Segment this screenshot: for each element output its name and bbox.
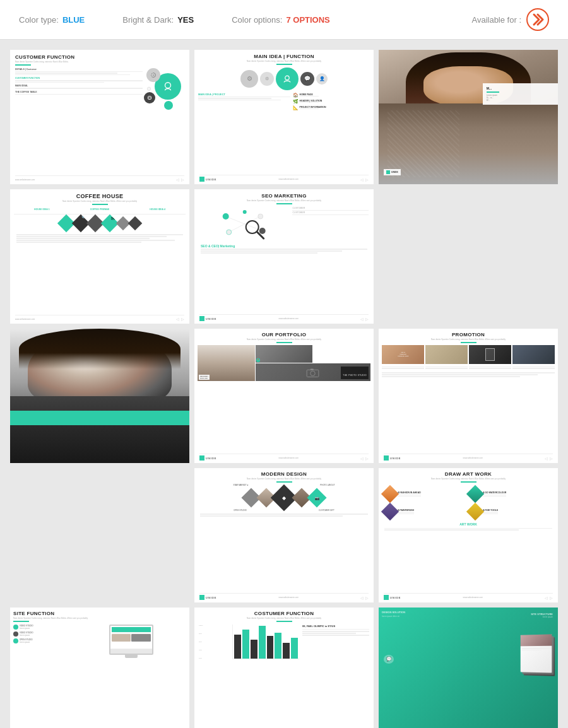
s9-logo: UNIDE [199,595,216,600]
slide-10[interactable]: Draw Art Work Nam denim Sycenter Carles … [379,468,558,602]
s7-logo: UNIDE [199,455,216,461]
monitor-mockup [76,625,186,658]
art-item-4: A FEW TOOLS [469,503,553,520]
s9-nav: ◁▷ [360,596,369,600]
portrait-teal-bar [10,411,189,425]
coffee-diamond-6 [127,216,142,230]
dark-circle [144,92,155,103]
slides-grid: Customer Function Nam denim Sycenter Car… [0,40,568,728]
gear-icon-sm: ⚙ [146,86,151,92]
available-label: Available for : [471,15,521,25]
slide-12-title: Costumer Function [198,611,370,616]
color-options-value: 7 OPTIONS [286,15,329,25]
s8-nav: ◁▷ [545,456,553,461]
svg-point-16 [243,210,247,214]
portfolio-cell-2: 📍 [256,345,313,363]
bar-5 [267,636,274,658]
slide-2-url: www.websitename.com [279,178,299,180]
slide-13[interactable]: DESIGN SOLUTION lorem ipsum dolor sit SI… [379,608,558,728]
bar-2 [242,630,249,659]
svg-point-13 [227,230,232,235]
svg-point-14 [258,214,263,219]
color-type-item: Color type: BLUE [19,15,85,25]
svg-point-5 [285,76,289,79]
art-work-label: ART WORK [382,522,555,527]
s4-url: www.websitename.com [15,318,35,320]
slide-7-sub: Nam denim Sycenter Carles ircing, natrec… [198,338,370,341]
available-section: Available for : [471,8,549,31]
s9-label-4: CUSTOMER GIFT [319,509,334,512]
svg-point-12 [223,213,229,220]
slide-9-title: Modern Design [198,471,370,477]
s13-label-left: DESIGN SOLUTION [382,611,555,614]
svg-point-15 [259,228,266,234]
presto-icon [526,8,549,31]
s2-circle-1: ⚙ [240,70,258,88]
s13-sub-left: lorem ipsum dolor sit [382,615,555,618]
color-options-label: Color options: [232,15,282,25]
s9-url: www.websitename.com [279,596,299,599]
bright-dark-item: Bright & Dark: YES [122,15,194,25]
color-type-value: BLUE [62,15,85,25]
bar-6 [275,633,281,659]
slide-3-fashion[interactable]: M... Lorem ipsumSi... re...W... UNIDE [379,50,558,184]
s9-label-3: OPEN STUDIO [234,509,247,512]
promo-thumb-3 [469,345,511,364]
bar-7 [283,643,290,658]
xs-teal-circle [164,101,173,110]
slide-1-title: Customer Function [15,54,184,60]
color-options-item: Color options: 7 OPTIONS [232,15,330,25]
slide-1-url: www.websitename.com [15,179,35,181]
slide-10-sub: Nam denim Sycenter Carles ircing, natrec… [382,478,555,480]
chat-icon: 💬 [384,655,394,664]
bar-3 [251,640,257,659]
slide-6-portrait[interactable] [10,329,189,463]
s5-logo: UNIDE [199,316,216,321]
portrait-body [10,396,189,464]
bright-dark-value: YES [177,15,194,25]
bright-dark-label: Bright & Dark: [122,15,174,25]
slide-4[interactable]: Coffee House Nam denim Sycenter Carles i… [10,189,189,324]
s2-circle-3: 💬 [300,72,314,86]
svg-point-18 [311,371,316,376]
svg-point-1 [165,82,171,88]
site-item-3: OPEN STUDIOlorem ipsum [13,638,74,643]
slide-2-nav: ◁▷ [360,177,369,182]
header: Color type: BLUE Bright & Dark: YES Colo… [0,0,568,40]
art-item-1: A FASHION IN AHEAD [384,486,468,502]
promo-book [485,348,495,361]
s8-logo: UNIDE [384,455,401,461]
slide-2-title: Main Idea | Function [198,54,370,59]
slide-11[interactable]: Site Function Nam denim Sycenter Carles … [10,608,189,728]
s10-nav: ◁▷ [545,596,553,600]
fashion-badge: UNIDE [384,165,401,177]
slide-2[interactable]: Main Idea | Function Nam denim Sycenter … [194,50,374,184]
slide-9-sub: Nam denim Sycenter Carles ircing, natrec… [198,478,370,480]
3d-mockup [521,634,555,676]
slide-12[interactable]: Costumer Function Nam denim Sycenter Car… [194,608,374,728]
slide-9[interactable]: Modern Design Nam denim Sycenter Carles … [194,468,374,602]
s7-url: www.websitename.com [279,457,299,459]
slide-1-sub: Nam denim Sycenter Carles ircing, natrec… [15,61,184,63]
slide-5[interactable]: SEO Marketing Nam denim Sycenter Carles … [194,189,374,324]
slide-8[interactable]: Promotion Nam denim Sycenter Carles irci… [379,329,558,463]
slide-7[interactable]: Our Portfolio Nam denim Sycenter Carles … [194,329,374,463]
art-item-2: A GO WATERCOLOUR [469,486,553,502]
slide-11-title: Site Function [13,611,186,616]
slide-7-title: Our Portfolio [198,332,370,338]
s2-circle-2: ⚙ [260,72,274,86]
bar-8 [291,638,298,658]
s2-circle-main [276,68,299,90]
slide-2-logo: UNIDE [199,177,216,182]
s5-nav: ◁▷ [360,317,369,321]
site-item-2: VIDEO STUDIOlorem ipsum [13,631,74,637]
art-item-3: A PAINTBRUSH [384,503,468,520]
slide-12-sub: Nam denim Sycenter Carles ircing, natrec… [198,617,370,619]
slide-1[interactable]: Customer Function Nam denim Sycenter Car… [10,50,189,184]
slide-4-title: Coffee House [14,193,186,199]
svg-rect-19 [311,368,314,370]
site-item-1: VIDEO STUDIOlorem ipsum [13,625,74,630]
s10-url: www.websitename.com [463,596,483,599]
slide-8-sub: Nam denim Sycenter Carles ircing, natrec… [382,338,555,341]
portfolio-cell-1: RECOMBAphoto edit [198,345,255,381]
